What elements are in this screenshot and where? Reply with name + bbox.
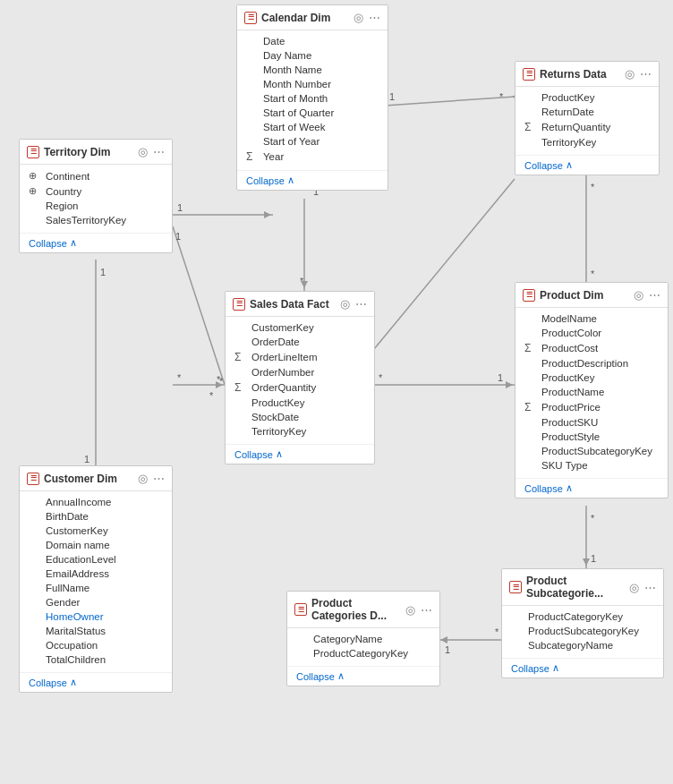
customer-dim-title: Customer Dim xyxy=(44,473,117,485)
field-categoryname: CategoryName xyxy=(287,632,439,646)
svg-text:1: 1 xyxy=(389,91,395,102)
territory-dim-table: ☰ Territory Dim ◎ ⋯ ⊕ Continent ⊕ Countr… xyxy=(19,139,173,253)
productcost-sigma-icon: Σ xyxy=(524,342,537,354)
returnqty-sigma-icon: Σ xyxy=(524,121,537,133)
field-stockdate: StockDate xyxy=(226,410,374,424)
product-subcategories-table: ☰ Product Subcategorie... ◎ ⋯ ProductCat… xyxy=(501,568,664,678)
territory-dim-collapse[interactable]: Collapse ∧ xyxy=(20,233,172,252)
customer-dim-collapse[interactable]: Collapse ∧ xyxy=(20,672,172,692)
product-categories-title: Product Categories D... xyxy=(311,597,405,622)
field-productkey-p: ProductKey xyxy=(515,371,668,385)
field-productname: ProductName xyxy=(515,385,668,399)
product-categories-body: CategoryName ProductCategoryKey xyxy=(287,628,439,664)
product-subcategories-body: ProductCategoryKey ProductSubcategoryKey… xyxy=(502,606,663,656)
field-region: Region xyxy=(20,199,172,213)
territory-dim-eye[interactable]: ◎ xyxy=(138,145,148,158)
sales-data-eye[interactable]: ◎ xyxy=(340,297,350,311)
svg-text:1: 1 xyxy=(100,267,106,277)
field-returndate: ReturnDate xyxy=(515,105,659,119)
product-dim-body: ModelName ProductColor Σ ProductCost Pro… xyxy=(515,308,668,476)
svg-marker-27 xyxy=(216,381,223,388)
svg-text:*: * xyxy=(495,626,499,637)
collapse-chevron-p: ∧ xyxy=(566,482,573,494)
product-dim-eye[interactable]: ◎ xyxy=(634,288,643,302)
field-homeowner: HomeOwner xyxy=(20,609,172,624)
field-dayname: Day Name xyxy=(237,48,388,63)
field-returnquantity: Σ ReturnQuantity xyxy=(515,119,659,135)
svg-text:*: * xyxy=(591,268,595,279)
product-subcategories-header: ☰ Product Subcategorie... ◎ ⋯ xyxy=(502,569,663,606)
calendar-dim-collapse[interactable]: Collapse ∧ xyxy=(237,170,388,190)
field-monthname: Month Name xyxy=(237,63,388,77)
product-dim-collapse[interactable]: Collapse ∧ xyxy=(515,478,668,498)
customer-dim-eye[interactable]: ◎ xyxy=(138,472,148,485)
product-subcategories-collapse[interactable]: Collapse ∧ xyxy=(502,658,663,677)
field-fullname: FullName xyxy=(20,581,172,595)
svg-text:*: * xyxy=(499,91,504,102)
calendar-dim-menu[interactable]: ⋯ xyxy=(369,11,380,24)
svg-marker-31 xyxy=(583,558,590,566)
field-continent: ⊕ Continent xyxy=(20,168,172,183)
territory-dim-menu[interactable]: ⋯ xyxy=(153,145,165,158)
field-orderlineitem: Σ OrderLineItem xyxy=(226,349,374,365)
svg-marker-20 xyxy=(506,381,513,388)
field-productdescription: ProductDescription xyxy=(515,356,668,371)
field-startofweek: Start of Week xyxy=(237,120,388,134)
sales-data-menu[interactable]: ⋯ xyxy=(355,297,367,311)
field-skutype: SKU Type xyxy=(515,458,668,473)
product-categories-collapse[interactable]: Collapse ∧ xyxy=(287,666,439,686)
field-productsubcategorykey: ProductSubcategoryKey xyxy=(502,624,663,638)
field-productkey-s: ProductKey xyxy=(226,396,374,410)
sales-data-fact-collapse[interactable]: Collapse ∧ xyxy=(226,444,374,464)
product-categories-icon: ☰ xyxy=(294,603,307,616)
svg-marker-1 xyxy=(301,281,308,288)
customer-dim-menu[interactable]: ⋯ xyxy=(153,472,165,485)
field-productstyle: ProductStyle xyxy=(515,430,668,444)
svg-text:1: 1 xyxy=(498,372,503,383)
field-maritalstatus: MaritalStatus xyxy=(20,624,172,638)
customer-dim-body: AnnualIncome BirthDate CustomerKey Domai… xyxy=(20,491,172,670)
field-domainname: Domain name xyxy=(20,538,172,552)
svg-line-4 xyxy=(385,97,515,106)
product-subcategories-eye[interactable]: ◎ xyxy=(629,581,639,594)
field-productcategorykey-sub: ProductCategoryKey xyxy=(502,609,663,624)
calendar-dim-eye[interactable]: ◎ xyxy=(354,11,363,24)
product-subcategories-menu[interactable]: ⋯ xyxy=(644,581,656,594)
returns-data-icon: ☰ xyxy=(523,68,535,81)
svg-text:*: * xyxy=(300,276,304,286)
product-dim-menu[interactable]: ⋯ xyxy=(649,288,660,302)
svg-text:*: * xyxy=(379,372,383,383)
customer-dim-header: ☰ Customer Dim ◎ ⋯ xyxy=(20,466,172,491)
product-dim-table: ☰ Product Dim ◎ ⋯ ModelName ProductColor… xyxy=(515,282,669,499)
returns-data-eye[interactable]: ◎ xyxy=(625,67,635,81)
field-startofquarter: Start of Quarter xyxy=(237,106,388,120)
calendar-dim-table: ☰ Calendar Dim ◎ ⋯ Date Day Name Month N… xyxy=(236,4,388,191)
collapse-chevron-r: ∧ xyxy=(566,159,573,171)
field-customerkey-s: CustomerKey xyxy=(226,320,374,335)
returns-data-menu[interactable]: ⋯ xyxy=(640,67,652,81)
product-subcategories-icon: ☰ xyxy=(509,581,522,593)
returns-data-collapse[interactable]: Collapse ∧ xyxy=(515,155,659,175)
field-birthdate: BirthDate xyxy=(20,509,172,524)
svg-text:*: * xyxy=(209,390,214,401)
field-monthnumber: Month Number xyxy=(237,77,388,91)
collapse-chevron-s: ∧ xyxy=(276,448,283,460)
field-productcolor: ProductColor xyxy=(515,326,668,340)
field-productcategorykey: ProductCategoryKey xyxy=(287,646,439,660)
field-gender: Gender xyxy=(20,595,172,609)
product-categories-header: ☰ Product Categories D... ◎ ⋯ xyxy=(287,592,439,628)
field-educationlevel: EducationLevel xyxy=(20,552,172,567)
collapse-chevron-c: ∧ xyxy=(70,677,77,688)
product-categories-eye[interactable]: ◎ xyxy=(405,603,415,617)
field-startofyear: Start of Year xyxy=(237,134,388,149)
field-territorykey-s: TerritoryKey xyxy=(226,424,374,439)
returns-data-body: ProductKey ReturnDate Σ ReturnQuantity T… xyxy=(515,87,659,153)
sales-data-fact-header: ☰ Sales Data Fact ◎ ⋯ xyxy=(226,292,374,317)
diagram-canvas: 1 * 1 * 1 * 1 * * * * 1 1 1 * * xyxy=(0,0,673,784)
product-categories-menu[interactable]: ⋯ xyxy=(421,603,432,617)
svg-marker-12 xyxy=(264,211,271,218)
field-territorykey-r: TerritoryKey xyxy=(515,135,659,149)
sales-data-fact-title: Sales Data Fact xyxy=(250,298,329,311)
product-dim-title: Product Dim xyxy=(540,289,603,302)
territory-dim-body: ⊕ Continent ⊕ Country Region SalesTerrit… xyxy=(20,165,172,231)
